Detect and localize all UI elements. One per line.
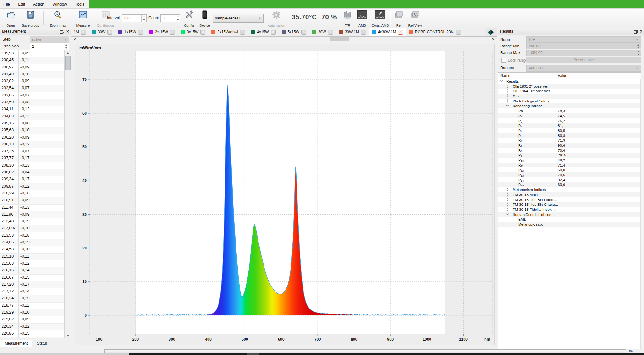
collapse-icon[interactable]: ❯ [500,79,503,82]
measurement-data-list[interactable]: 199,93-0,09200,45-0,11200,97-0,09201,49-… [0,50,65,338]
save-group-button[interactable]: Save group [19,10,42,28]
measurement-row[interactable]: 211,96-0,09 [0,211,65,218]
measurement-row[interactable]: 210,39-0,16 [0,190,65,197]
device-button[interactable]: Device [197,10,212,28]
measurement-row[interactable]: 219,82-0,09 [0,316,65,323]
tree-row-r-[interactable]: R₄80,5 [498,128,641,133]
tree-row-r-[interactable]: R₃81,1 [498,123,641,128]
measurement-row[interactable]: 202,02-0,09 [0,78,65,85]
scroll-down-icon[interactable]: ▼ [65,333,71,338]
list-scrollbar[interactable]: ▲ ▼ [64,50,71,338]
tree-row-r-[interactable]: R₅80,8 [498,133,641,138]
tree-row-r-[interactable]: R₁₀48,2 [498,158,641,163]
measurement-row[interactable]: 208,30-0,13 [0,162,65,169]
tree-row-r-[interactable]: R₈70,6 [498,148,641,153]
close-panel-icon[interactable]: × [66,29,69,34]
lock-range-checkbox[interactable]: Lock range [501,58,527,63]
measurement-row[interactable]: 199,93-0,09 [0,50,65,57]
scrollbar-thumb[interactable] [65,56,71,70]
expand-icon[interactable]: ❯ [506,99,509,102]
tree-row-r-[interactable]: R₇90,6 [498,143,641,148]
expand-icon[interactable]: ❯ [506,198,509,201]
measurement-row[interactable]: 206,73-0,12 [0,141,65,148]
measurement-row[interactable]: 216,67-0,15 [0,275,65,281]
close-tab-icon[interactable]: ✕ [107,30,112,35]
expand-icon[interactable]: ❯ [506,84,509,88]
collapse-icon[interactable]: ❯ [506,213,509,215]
chart-pane-collapse-right[interactable]: > [492,37,494,41]
measurement-row[interactable]: 202,54-0,07 [0,85,65,92]
close-tab-icon[interactable]: ✕ [301,30,306,35]
close-tab-icon[interactable]: ✕ [81,30,86,35]
tree-row-r-[interactable]: R₁₅63,0 [498,182,641,187]
measurement-row[interactable]: 215,10-0,11 [0,254,65,260]
interval-input[interactable]: 0,0 [122,14,147,22]
measurement-row[interactable]: 220,86-0,15 [0,330,65,337]
measurement-row[interactable]: 204,63-0,11 [0,113,65,120]
tab-scrollbar[interactable]: < > [71,37,497,42]
measurement-row[interactable]: 218,24-0,15 [0,295,65,302]
tree-row-r-[interactable]: R₂76,2 [498,118,641,123]
open-button[interactable]: Open [2,10,19,28]
measurement-row[interactable]: 221,39-0,08 [0,337,65,338]
tree-row-metamerism-indices[interactable]: ❯Metamerism Indices [498,187,641,192]
tree-row-r-[interactable]: R₁₂60,0 [498,167,641,172]
close-tab-icon[interactable]: ✕ [361,30,366,35]
range-max-spinner[interactable] [636,50,641,56]
close-tab-icon[interactable]: ✕ [200,30,205,35]
tab-status[interactable]: Status [32,340,52,347]
measurement-row[interactable]: 203,59-0,08 [0,99,65,106]
measurement-row[interactable]: 207,77-0,17 [0,155,65,162]
count-input[interactable]: 0 [160,14,180,22]
tree-row-cie-1931-2-observer[interactable]: ❯CIE 1931 2° observer [498,84,641,89]
tree-row-tm-30-15-main[interactable]: ❯TM-30-15 Main [498,192,641,197]
measurement-tab-1M[interactable]: 1M✕ [71,28,89,36]
measurement-row[interactable]: 211,44-0,13 [0,205,65,211]
tree-row-r-[interactable]: R₁₁71,4 [498,163,641,168]
measurement-row[interactable]: 205,68-0,10 [0,127,65,134]
series-select[interactable]: sample-series1 ▼ [213,14,264,23]
close-tab-icon[interactable]: ✕ [170,30,175,35]
tab-scrollbar-thumb[interactable] [330,37,349,41]
rel-button[interactable]: Rel [392,10,406,28]
measurement-row[interactable]: 203,06-0,07 [0,92,65,99]
config-button[interactable]: Config [181,10,197,28]
measurement-row[interactable]: 217,20-0,17 [0,281,65,288]
measurement-tab-5x15W[interactable]: 5x15W✕ [279,28,309,36]
measurement-row[interactable]: 215,63-0,12 [0,260,65,267]
menu-file[interactable]: File [0,0,14,7]
expand-icon[interactable]: ❯ [506,188,509,191]
measurement-row[interactable]: 201,49-0,10 [0,71,65,78]
float-panel-icon[interactable] [60,30,64,33]
chart-pane-collapse-left[interactable]: < [74,37,76,41]
measurement-row[interactable]: 200,97-0,09 [0,64,65,71]
close-tab-icon[interactable]: ✕ [138,30,143,35]
menu-action[interactable]: Action [30,0,48,7]
measurement-row[interactable]: 214,05-0,15 [0,239,65,246]
tab-measurement[interactable]: Measurement [0,340,32,347]
measurement-row[interactable]: 207,25-0,07 [0,148,65,155]
menu-window[interactable]: Window [49,0,70,7]
measurement-row[interactable]: 216,15-0,14 [0,267,65,274]
rel-view-button[interactable]: Rel View [406,10,424,28]
close-tab-icon[interactable]: ✕ [456,30,461,35]
close-panel-icon[interactable]: × [640,29,642,34]
measurement-row[interactable]: 212,48-0,19 [0,218,65,225]
measurement-tab-3x15Wrgbwl[interactable]: 3x15Wrgbwl✕ [208,28,248,36]
measurement-tab-ROBE-CONTROL-236-[interactable]: ROBE-CONTROL-236-✕ [406,28,464,36]
measurement-tab-2x-15W[interactable]: 2x-15W✕ [146,28,178,36]
measurement-row[interactable]: 214,58-0,10 [0,246,65,253]
tab-scroll-button[interactable] [485,28,497,37]
measurement-tab-30W[interactable]: 30W✕ [89,28,116,36]
close-tab-icon[interactable]: ✕ [271,30,276,35]
measurement-row[interactable]: 205,16-0,08 [0,120,65,127]
range-min-spinner[interactable] [636,43,641,49]
tree-row-rendering-indices[interactable]: ❯Rendering Indices [498,103,641,108]
checkbox-icon[interactable] [501,58,506,63]
measurement-row[interactable]: 213,007-0,10 [0,225,65,232]
amb-button[interactable]: AMB [355,10,370,28]
expand-icon[interactable]: ❯ [506,89,509,92]
measurement-tab-3x15W[interactable]: 3x15W✕ [178,28,208,36]
tr-button[interactable]: T/R [341,10,354,28]
measurement-row[interactable]: 213,53-0,18 [0,232,65,239]
